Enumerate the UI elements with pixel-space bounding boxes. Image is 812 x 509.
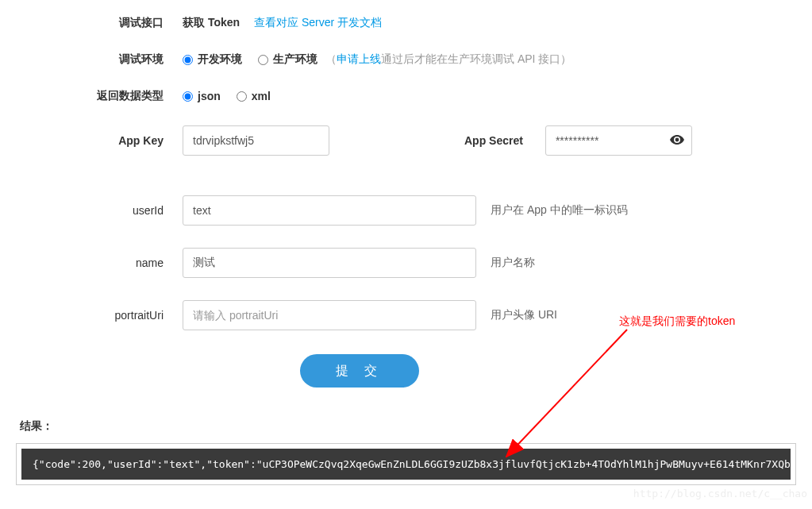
env-radio-dev-label: 开发环境	[198, 52, 242, 67]
appkey-label: App Key	[0, 134, 183, 147]
eye-icon[interactable]	[670, 134, 684, 147]
datatype-row: 返回数据类型 json xml	[0, 89, 812, 103]
userid-row: userId 用户在 App 中的唯一标识码	[0, 195, 812, 226]
portrait-label: portraitUri	[0, 309, 183, 322]
env-radio-prod-label: 生产环境	[273, 52, 317, 67]
datatype-radio-xml[interactable]: xml	[237, 90, 271, 102]
datatype-radio-xml-input[interactable]	[237, 91, 247, 102]
api-row: 调试接口 获取 Token 查看对应 Server 开发文档	[0, 16, 812, 30]
env-radio-dev[interactable]: 开发环境	[183, 52, 242, 67]
userid-input[interactable]	[183, 195, 476, 226]
env-row: 调试环境 开发环境 生产环境 （申请上线通过后才能在生产环境调试 API 接口）	[0, 52, 812, 67]
env-radio-prod-input[interactable]	[258, 55, 268, 65]
appkey-content: App Secret	[183, 125, 812, 156]
name-content: 用户名称	[183, 248, 812, 278]
env-label: 调试环境	[0, 52, 183, 67]
appkey-input[interactable]	[183, 125, 329, 156]
name-label: name	[0, 256, 183, 269]
portrait-desc: 用户头像 URI	[491, 308, 557, 322]
env-radio-prod[interactable]: 生产环境	[258, 52, 317, 67]
submit-row: 提 交	[0, 354, 812, 388]
appsecret-wrap	[545, 125, 692, 156]
api-content: 获取 Token 查看对应 Server 开发文档	[183, 16, 812, 30]
env-hint-link[interactable]: 申请上线	[337, 52, 381, 65]
userid-content: 用户在 App 中的唯一标识码	[183, 195, 812, 226]
env-radio-group: 开发环境 生产环境	[183, 52, 317, 67]
name-desc: 用户名称	[491, 256, 535, 270]
datatype-radio-json[interactable]: json	[183, 90, 221, 102]
datatype-content: json xml	[183, 90, 812, 102]
env-hint-suffix: 通过后才能在生产环境调试 API 接口）	[381, 52, 571, 65]
env-hint-prefix: （	[325, 52, 337, 65]
name-input[interactable]	[183, 248, 476, 278]
userid-desc: 用户在 App 中的唯一标识码	[491, 203, 628, 218]
result-json: {"code":200,"userId":"text","token":"uCP…	[21, 449, 791, 480]
userid-label: userId	[0, 204, 183, 217]
portrait-input[interactable]	[183, 300, 476, 330]
name-row: name 用户名称	[0, 248, 812, 278]
watermark-text: http://blog.csdn.net/c__chao	[633, 488, 807, 499]
env-content: 开发环境 生产环境 （申请上线通过后才能在生产环境调试 API 接口）	[183, 52, 812, 67]
env-hint: （申请上线通过后才能在生产环境调试 API 接口）	[325, 52, 571, 67]
datatype-label: 返回数据类型	[0, 89, 183, 103]
api-label: 调试接口	[0, 16, 183, 30]
datatype-radio-xml-label: xml	[252, 90, 271, 102]
submit-button[interactable]: 提 交	[300, 354, 419, 388]
datatype-radio-json-input[interactable]	[183, 91, 193, 102]
portrait-content: 用户头像 URI	[183, 300, 812, 330]
datatype-radio-group: json xml	[183, 90, 271, 102]
portrait-row: portraitUri 用户头像 URI	[0, 300, 812, 330]
result-box: {"code":200,"userId":"text","token":"uCP…	[16, 443, 796, 485]
appsecret-label: App Secret	[464, 134, 523, 147]
datatype-radio-json-label: json	[198, 90, 221, 102]
api-value: 获取 Token	[183, 16, 240, 30]
env-radio-dev-input[interactable]	[183, 55, 193, 65]
appkey-row: App Key App Secret	[0, 125, 812, 156]
result-label: 结果：	[20, 419, 812, 434]
api-doc-link[interactable]: 查看对应 Server 开发文档	[254, 16, 382, 30]
